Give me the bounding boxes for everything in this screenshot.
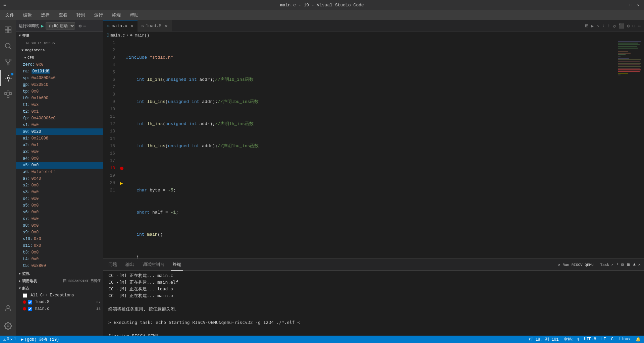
status-spaces[interactable]: 空格: 4 bbox=[564, 337, 579, 342]
menu-run[interactable]: 运行 bbox=[92, 11, 105, 19]
terminal-line-5 bbox=[108, 299, 639, 306]
status-debug[interactable]: ▶ (gdb) 启动 (19) bbox=[21, 337, 59, 342]
menu-goto[interactable]: 转到 bbox=[74, 11, 87, 19]
registers-label: Registers bbox=[25, 48, 45, 52]
panel-tab-terminal[interactable]: 终端 bbox=[171, 259, 183, 271]
svg-point-16 bbox=[7, 305, 9, 308]
editor-top-toolbar: C main.c ✕ S load.S ✕ ⊞ ▶ ↷ ↓ ↑ ↺ ⬛ ⚙ ⊟ bbox=[103, 20, 644, 32]
breakpoints-label: 断点 bbox=[22, 286, 30, 291]
reg-s2: s2:0x0 bbox=[16, 182, 103, 189]
reg-a0: a0:0x20 bbox=[16, 128, 103, 135]
status-cursor[interactable]: 行 18, 列 101 bbox=[529, 337, 559, 342]
terminal-content[interactable]: CC -[M] 正在构建... main.c CC -[M] 正在构建... m… bbox=[103, 271, 644, 336]
callstack-section-header[interactable]: ▶ 调用堆栈 回 BREAKPOINT 已暂停 bbox=[16, 277, 103, 285]
menu-help[interactable]: 帮助 bbox=[128, 11, 141, 19]
svg-line-10 bbox=[8, 61, 10, 63]
debug-play-icon[interactable]: ▶ bbox=[41, 23, 44, 29]
bp-load-check[interactable] bbox=[28, 300, 32, 304]
panel-plus-icon[interactable]: + bbox=[616, 262, 619, 267]
activity-accounts[interactable] bbox=[0, 300, 16, 316]
activity-scm[interactable] bbox=[0, 54, 16, 70]
debug-toolbar: 运行和调试 ▶ (gdb) 启动 ⚙ ⋯ bbox=[16, 20, 103, 32]
registers-header[interactable]: ▼ Registers bbox=[16, 47, 103, 54]
open-settings-icon[interactable]: ⚙ bbox=[627, 23, 630, 29]
debug-status-text: (gdb) 启动 (19) bbox=[24, 337, 59, 342]
debug-run-icon[interactable]: ▶ bbox=[591, 23, 594, 29]
tab-main-c[interactable]: C main.c ✕ bbox=[103, 20, 138, 32]
cpu-header[interactable]: ▼ CPU bbox=[16, 54, 103, 61]
activity-debug[interactable]: 1 bbox=[0, 70, 16, 86]
breadcrumb-file[interactable]: main.c bbox=[110, 33, 125, 38]
panel-tab-output[interactable]: 输出 bbox=[124, 259, 136, 271]
reg-gp: gp:0x208c0 bbox=[16, 81, 103, 88]
registers-arrow-icon: ▼ bbox=[21, 49, 23, 52]
variables-section-header[interactable]: ▼ 变量 bbox=[16, 32, 103, 39]
more-actions-icon[interactable]: ⋯ bbox=[638, 23, 641, 29]
panel-tab-problems[interactable]: 问题 bbox=[107, 259, 119, 271]
reg-ra: ra:0x101d8 bbox=[16, 68, 103, 75]
bp-main-check[interactable] bbox=[28, 307, 32, 311]
activity-settings[interactable] bbox=[0, 318, 16, 334]
callstack-arrow-icon: ▶ bbox=[19, 279, 21, 283]
panel-maximize-icon[interactable]: ▲ bbox=[633, 262, 636, 267]
platform-label: Linux bbox=[619, 337, 631, 342]
panel-split-icon[interactable]: ⊟ bbox=[621, 262, 624, 267]
menu-terminal[interactable]: 终端 bbox=[110, 11, 123, 19]
panel-tabs: 问题 输出 调试控制台 终端 ✕ Run RISCV-QEMU - Task ✓… bbox=[103, 259, 644, 271]
status-language[interactable]: C bbox=[611, 337, 613, 342]
status-eol[interactable]: LF bbox=[601, 337, 606, 342]
watch-section-header[interactable]: ▶ 监视 bbox=[16, 270, 103, 277]
breadcrumb-function[interactable]: ⊕ main() bbox=[130, 33, 150, 38]
debug-config-select[interactable]: (gdb) 启动 bbox=[46, 22, 75, 30]
reg-a2: a2:0x1 bbox=[16, 142, 103, 149]
bp-cpp-exceptions-label: All C++ Exceptions bbox=[31, 293, 74, 298]
svg-rect-2 bbox=[5, 30, 8, 33]
editor-area: C main.c ✕ S load.S ✕ ⊞ ▶ ↷ ↓ ↑ ↺ ⬛ ⚙ ⊟ bbox=[103, 20, 644, 336]
activity-extensions[interactable] bbox=[0, 86, 16, 102]
tab-load-s[interactable]: S load.S ✕ bbox=[138, 20, 172, 32]
menu-file[interactable]: 文件 bbox=[3, 11, 16, 19]
status-encoding[interactable]: UTF-8 bbox=[584, 337, 596, 342]
panel-trash-icon[interactable]: 🗑 bbox=[627, 262, 631, 267]
panel-tab-debug-console[interactable]: 调试控制台 bbox=[141, 259, 166, 271]
code-content[interactable]: 1 2 3 4 5 6 7 8 9 10 11 12 13 14 15 16 1 bbox=[103, 39, 644, 259]
debug-restart-icon[interactable]: ↺ bbox=[613, 23, 615, 29]
reg-s6: s6:0x0 bbox=[16, 209, 103, 216]
callstack-label: 调用堆栈 bbox=[22, 279, 37, 284]
debug-step-into-icon[interactable]: ↓ bbox=[602, 23, 604, 28]
debug-step-over-icon[interactable]: ↷ bbox=[596, 23, 599, 29]
debug-stop-icon[interactable]: ⬛ bbox=[619, 23, 624, 29]
reg-a4: a4:0x0 bbox=[16, 155, 103, 162]
activity-bar: 1 bbox=[0, 20, 16, 336]
maximize-btn[interactable]: □ bbox=[629, 3, 633, 7]
sidebar: 运行和调试 ▶ (gdb) 启动 ⚙ ⋯ ▼ 变量 RESULT: 65535 … bbox=[16, 20, 103, 336]
status-platform[interactable]: Linux bbox=[619, 337, 631, 342]
bp-cpp-exceptions-check[interactable] bbox=[23, 293, 27, 298]
layout-icon[interactable]: ⊟ bbox=[632, 23, 635, 29]
status-errors[interactable]: ⚠ 0 ✕ 1 bbox=[3, 337, 16, 342]
breakpoints-section-header[interactable]: ▼ 断点 bbox=[16, 285, 103, 292]
tab-main-c-close[interactable]: ✕ bbox=[130, 23, 133, 29]
panel-close-icon[interactable]: ✕ bbox=[638, 262, 641, 267]
debug-more-icon[interactable]: ⋯ bbox=[84, 23, 86, 29]
activity-explorer[interactable] bbox=[0, 22, 16, 38]
svg-rect-0 bbox=[5, 27, 8, 30]
tab-load-s-close[interactable]: ✕ bbox=[165, 23, 167, 29]
debug-gear-icon[interactable]: ⚙ bbox=[78, 23, 81, 29]
minimize-btn[interactable]: ─ bbox=[621, 3, 626, 7]
bp-load-count: 27 bbox=[96, 300, 101, 304]
bp-main-dot bbox=[23, 307, 26, 310]
debug-step-out-icon[interactable]: ↑ bbox=[607, 23, 610, 28]
tab-main-c-label: main.c bbox=[112, 23, 127, 28]
watch-label: 监视 bbox=[22, 271, 30, 276]
close-btn[interactable]: ✕ bbox=[636, 3, 641, 7]
menu-edit[interactable]: 编辑 bbox=[21, 11, 34, 19]
error-icon: ⚠ bbox=[3, 337, 6, 342]
menu-select[interactable]: 选择 bbox=[39, 11, 52, 19]
bp-load-label: load.S bbox=[35, 300, 49, 304]
svg-point-6 bbox=[5, 59, 7, 61]
activity-search[interactable] bbox=[0, 38, 16, 54]
split-editor-icon[interactable]: ⊞ bbox=[585, 22, 588, 29]
status-notifications[interactable]: 🔔 bbox=[636, 337, 641, 342]
menu-view[interactable]: 查看 bbox=[57, 11, 69, 19]
